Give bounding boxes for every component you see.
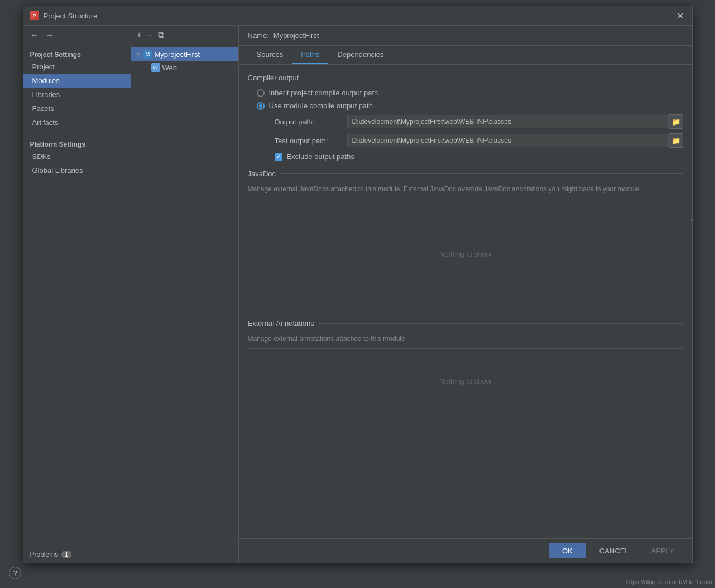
external-annotations-add-button[interactable]: +: [688, 348, 692, 362]
sidebar-item-global-libraries-label: Global Libraries: [32, 166, 83, 175]
ok-button[interactable]: OK: [549, 543, 586, 558]
content-body: Compiler output Inherit project compile …: [239, 65, 692, 538]
back-button[interactable]: ←: [28, 29, 41, 41]
compiler-output-title: Compiler output: [248, 74, 299, 82]
compiler-output-line: [303, 78, 683, 78]
test-output-path-row: Test output path: 📁: [248, 133, 683, 148]
sidebar-item-project[interactable]: Project: [23, 60, 131, 74]
output-path-label: Output path:: [275, 118, 347, 126]
sidebar-item-sdks[interactable]: SDKs: [23, 150, 131, 163]
forward-button[interactable]: →: [44, 29, 57, 41]
exclude-checkbox[interactable]: ✓: [275, 153, 282, 161]
compiler-output-header: Compiler output: [248, 74, 683, 82]
project-settings-section: Project Settings Project Modules Librari…: [23, 45, 131, 132]
cancel-button[interactable]: CANCEL: [591, 543, 638, 558]
radio-inherit-label: Inherit project compile output path: [269, 89, 378, 97]
sidebar-item-facets-label: Facets: [32, 104, 54, 113]
external-annotations-nothing-to-show: Nothing to show: [439, 377, 491, 385]
exclude-output-paths-row[interactable]: ✓ Exclude output paths: [248, 152, 683, 161]
platform-settings-label: Platform Settings: [23, 134, 131, 150]
tree-item-myprojectfirst[interactable]: ▼ M MyprojectFirst: [131, 47, 238, 61]
close-button[interactable]: ✕: [675, 11, 685, 21]
external-annotations-side-buttons: + −: [688, 348, 692, 376]
tab-dependencies[interactable]: Dependencies: [328, 46, 392, 64]
sidebar-item-modules[interactable]: Modules: [23, 74, 131, 88]
sidebar-item-global-libraries[interactable]: Global Libraries: [23, 163, 131, 177]
radio-use-module[interactable]: Use module compile output path: [257, 102, 683, 110]
javadoc-add-button[interactable]: +: [688, 199, 692, 212]
left-sidebar: ← → Project Settings Project Modules Lib…: [23, 26, 131, 563]
checkbox-checkmark: ✓: [276, 153, 281, 160]
radio-use-module-circle[interactable]: [257, 102, 265, 110]
sidebar-item-sdks-label: SDKs: [32, 152, 51, 161]
tree-expand-arrow: ▼: [136, 51, 141, 57]
external-annotations-remove-button[interactable]: −: [688, 363, 692, 376]
test-output-path-input[interactable]: [347, 134, 669, 147]
dialog-title: Project Structure: [44, 12, 98, 20]
tree-item-web[interactable]: W Web: [131, 61, 238, 74]
test-output-path-folder-button[interactable]: 📁: [669, 133, 683, 148]
watermark: https://blog.csdn.net/Milo_Luom: [626, 579, 712, 585]
sidebar-item-artifacts-label: Artifacts: [32, 118, 59, 127]
external-annotations-title: External Annotations: [248, 319, 314, 327]
name-value: MyprojectFirst: [273, 31, 319, 40]
module-icon: M: [143, 50, 152, 59]
add-module-button[interactable]: +: [136, 29, 143, 41]
external-annotations-line: [319, 323, 683, 324]
module-panel: + − ⧉ ▼ M MyprojectFirst W Web: [131, 26, 239, 563]
sidebar-item-libraries-label: Libraries: [32, 90, 60, 99]
radio-inherit-circle[interactable]: [257, 89, 265, 97]
javadoc-side-buttons: + ⊕ −: [688, 199, 692, 241]
platform-settings-section: Platform Settings SDKs Global Libraries: [23, 132, 131, 180]
compiler-output-section: Compiler output Inherit project compile …: [248, 74, 683, 161]
javadoc-title: JavaDoc: [248, 170, 276, 178]
radio-use-module-label: Use module compile output path: [269, 102, 373, 110]
module-tree: ▼ M MyprojectFirst W Web: [131, 45, 238, 563]
external-annotations-header: External Annotations: [248, 319, 683, 327]
sidebar-item-facets[interactable]: Facets: [23, 102, 131, 115]
javadoc-description: Manage external JavaDocs attached to thi…: [248, 185, 683, 194]
sidebar-nav-bar: ← →: [23, 26, 131, 45]
sidebar-bottom: Problems 1: [23, 546, 131, 563]
tab-paths[interactable]: Paths: [292, 46, 328, 64]
problems-label: Problems: [30, 551, 59, 558]
external-annotations-description: Manage external annotations attached to …: [248, 334, 683, 344]
title-bar: P Project Structure ✕: [23, 6, 692, 26]
javadoc-list-wrapper: Nothing to show + ⊕ −: [248, 199, 683, 310]
radio-group: Inherit project compile output path Use …: [248, 89, 683, 110]
output-path-input[interactable]: [347, 115, 669, 128]
javadoc-list: Nothing to show: [248, 199, 683, 310]
apply-button[interactable]: APPLY: [642, 543, 683, 558]
help-button[interactable]: ?: [9, 567, 21, 579]
output-path-folder-button[interactable]: 📁: [669, 114, 683, 129]
tree-label-myprojectfirst: MyprojectFirst: [154, 50, 200, 59]
name-label: Name:: [248, 31, 269, 40]
test-output-path-label: Test output path:: [275, 137, 347, 145]
bottom-bar: OK CANCEL APPLY: [239, 538, 692, 563]
content-area: Name: MyprojectFirst Sources Paths Depen…: [239, 26, 692, 563]
remove-module-button[interactable]: −: [146, 29, 153, 41]
javadoc-nothing-to-show: Nothing to show: [439, 250, 491, 258]
javadoc-add-from-url-button[interactable]: ⊕: [688, 213, 692, 226]
module-toolbar: + − ⧉: [131, 26, 238, 45]
tree-label-web: Web: [162, 64, 177, 72]
tabs-bar: Sources Paths Dependencies: [239, 46, 692, 65]
javadoc-line: [280, 173, 683, 174]
radio-inherit[interactable]: Inherit project compile output path: [257, 89, 683, 97]
copy-module-button[interactable]: ⧉: [157, 29, 165, 41]
app-icon: P: [30, 11, 39, 20]
javadoc-remove-button[interactable]: −: [688, 228, 692, 241]
sidebar-item-libraries[interactable]: Libraries: [23, 88, 131, 102]
content-header: Name: MyprojectFirst: [239, 26, 692, 46]
web-icon: W: [151, 63, 160, 72]
external-annotations-section: External Annotations Manage external ann…: [248, 319, 683, 415]
sidebar-item-artifacts[interactable]: Artifacts: [23, 115, 131, 129]
external-annotations-list: Nothing to show: [248, 348, 683, 415]
sidebar-item-project-label: Project: [32, 62, 55, 71]
output-path-row: Output path: 📁: [248, 114, 683, 129]
main-content: ← → Project Settings Project Modules Lib…: [23, 26, 692, 563]
tab-sources[interactable]: Sources: [248, 46, 292, 64]
sidebar-item-modules-label: Modules: [32, 76, 60, 85]
javadoc-section: JavaDoc Manage external JavaDocs attache…: [248, 170, 683, 310]
project-settings-label: Project Settings: [23, 47, 131, 60]
